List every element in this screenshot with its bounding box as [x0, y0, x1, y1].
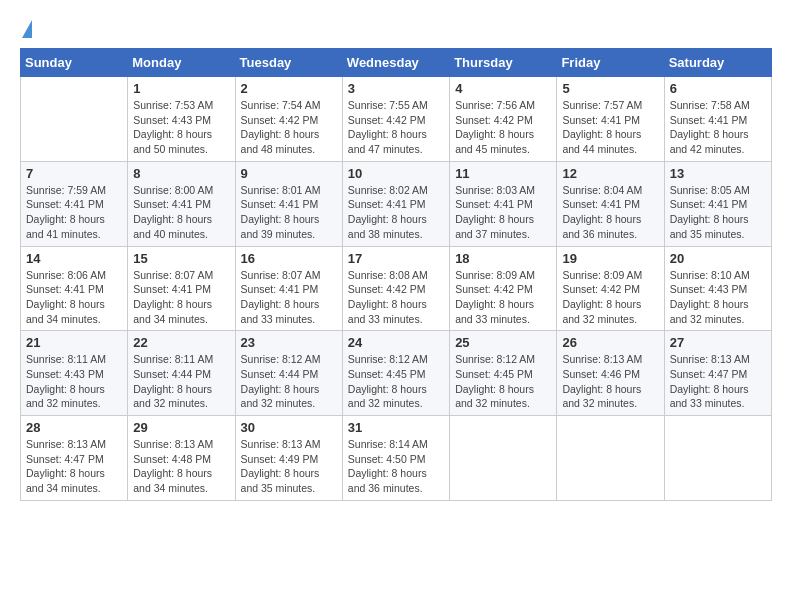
day-info: Sunrise: 8:13 AM Sunset: 4:46 PM Dayligh… — [562, 352, 658, 411]
calendar-cell: 23 Sunrise: 8:12 AM Sunset: 4:44 PM Dayl… — [235, 331, 342, 416]
calendar-day-header: Tuesday — [235, 49, 342, 77]
sunset-text: Sunset: 4:41 PM — [562, 114, 640, 126]
daylight-text: Daylight: 8 hours and 32 minutes. — [562, 298, 641, 325]
day-info: Sunrise: 8:09 AM Sunset: 4:42 PM Dayligh… — [562, 268, 658, 327]
day-number: 13 — [670, 166, 766, 181]
sunrise-text: Sunrise: 7:56 AM — [455, 99, 535, 111]
sunrise-text: Sunrise: 8:08 AM — [348, 269, 428, 281]
day-info: Sunrise: 8:04 AM Sunset: 4:41 PM Dayligh… — [562, 183, 658, 242]
calendar-cell — [664, 416, 771, 501]
calendar-cell: 10 Sunrise: 8:02 AM Sunset: 4:41 PM Dayl… — [342, 161, 449, 246]
day-number: 3 — [348, 81, 444, 96]
sunset-text: Sunset: 4:43 PM — [26, 368, 104, 380]
sunrise-text: Sunrise: 8:05 AM — [670, 184, 750, 196]
calendar-cell: 9 Sunrise: 8:01 AM Sunset: 4:41 PM Dayli… — [235, 161, 342, 246]
calendar-day-header: Thursday — [450, 49, 557, 77]
daylight-text: Daylight: 8 hours and 41 minutes. — [26, 213, 105, 240]
sunrise-text: Sunrise: 8:13 AM — [133, 438, 213, 450]
sunset-text: Sunset: 4:41 PM — [348, 198, 426, 210]
calendar-week-row: 21 Sunrise: 8:11 AM Sunset: 4:43 PM Dayl… — [21, 331, 772, 416]
sunset-text: Sunset: 4:41 PM — [670, 114, 748, 126]
sunset-text: Sunset: 4:41 PM — [26, 198, 104, 210]
calendar-cell: 14 Sunrise: 8:06 AM Sunset: 4:41 PM Dayl… — [21, 246, 128, 331]
day-number: 1 — [133, 81, 229, 96]
sunrise-text: Sunrise: 8:09 AM — [562, 269, 642, 281]
sunrise-text: Sunrise: 8:09 AM — [455, 269, 535, 281]
calendar-cell: 15 Sunrise: 8:07 AM Sunset: 4:41 PM Dayl… — [128, 246, 235, 331]
day-info: Sunrise: 8:14 AM Sunset: 4:50 PM Dayligh… — [348, 437, 444, 496]
day-number: 23 — [241, 335, 337, 350]
calendar-cell — [450, 416, 557, 501]
calendar-week-row: 7 Sunrise: 7:59 AM Sunset: 4:41 PM Dayli… — [21, 161, 772, 246]
calendar-cell: 17 Sunrise: 8:08 AM Sunset: 4:42 PM Dayl… — [342, 246, 449, 331]
sunset-text: Sunset: 4:41 PM — [670, 198, 748, 210]
day-number: 10 — [348, 166, 444, 181]
calendar-header-row: SundayMondayTuesdayWednesdayThursdayFrid… — [21, 49, 772, 77]
daylight-text: Daylight: 8 hours and 48 minutes. — [241, 128, 320, 155]
sunrise-text: Sunrise: 7:57 AM — [562, 99, 642, 111]
day-number: 21 — [26, 335, 122, 350]
sunrise-text: Sunrise: 8:07 AM — [241, 269, 321, 281]
calendar-cell: 28 Sunrise: 8:13 AM Sunset: 4:47 PM Dayl… — [21, 416, 128, 501]
day-info: Sunrise: 8:03 AM Sunset: 4:41 PM Dayligh… — [455, 183, 551, 242]
sunset-text: Sunset: 4:41 PM — [133, 198, 211, 210]
sunset-text: Sunset: 4:42 PM — [348, 283, 426, 295]
sunset-text: Sunset: 4:41 PM — [133, 283, 211, 295]
sunrise-text: Sunrise: 8:01 AM — [241, 184, 321, 196]
sunset-text: Sunset: 4:45 PM — [455, 368, 533, 380]
day-info: Sunrise: 8:13 AM Sunset: 4:48 PM Dayligh… — [133, 437, 229, 496]
calendar-cell: 27 Sunrise: 8:13 AM Sunset: 4:47 PM Dayl… — [664, 331, 771, 416]
daylight-text: Daylight: 8 hours and 35 minutes. — [670, 213, 749, 240]
daylight-text: Daylight: 8 hours and 32 minutes. — [241, 383, 320, 410]
logo-icon — [22, 20, 32, 38]
day-number: 24 — [348, 335, 444, 350]
daylight-text: Daylight: 8 hours and 47 minutes. — [348, 128, 427, 155]
sunrise-text: Sunrise: 7:55 AM — [348, 99, 428, 111]
calendar-week-row: 28 Sunrise: 8:13 AM Sunset: 4:47 PM Dayl… — [21, 416, 772, 501]
sunset-text: Sunset: 4:45 PM — [348, 368, 426, 380]
sunrise-text: Sunrise: 8:14 AM — [348, 438, 428, 450]
day-info: Sunrise: 8:13 AM Sunset: 4:47 PM Dayligh… — [670, 352, 766, 411]
sunset-text: Sunset: 4:41 PM — [562, 198, 640, 210]
calendar-cell: 12 Sunrise: 8:04 AM Sunset: 4:41 PM Dayl… — [557, 161, 664, 246]
day-number: 19 — [562, 251, 658, 266]
calendar-day-header: Monday — [128, 49, 235, 77]
calendar-day-header: Wednesday — [342, 49, 449, 77]
calendar-cell: 6 Sunrise: 7:58 AM Sunset: 4:41 PM Dayli… — [664, 77, 771, 162]
day-number: 20 — [670, 251, 766, 266]
sunrise-text: Sunrise: 8:11 AM — [26, 353, 106, 365]
day-number: 4 — [455, 81, 551, 96]
calendar-cell: 5 Sunrise: 7:57 AM Sunset: 4:41 PM Dayli… — [557, 77, 664, 162]
sunrise-text: Sunrise: 8:03 AM — [455, 184, 535, 196]
daylight-text: Daylight: 8 hours and 32 minutes. — [348, 383, 427, 410]
day-number: 31 — [348, 420, 444, 435]
sunrise-text: Sunrise: 8:06 AM — [26, 269, 106, 281]
sunset-text: Sunset: 4:42 PM — [455, 114, 533, 126]
calendar-cell: 26 Sunrise: 8:13 AM Sunset: 4:46 PM Dayl… — [557, 331, 664, 416]
day-number: 11 — [455, 166, 551, 181]
calendar-cell: 3 Sunrise: 7:55 AM Sunset: 4:42 PM Dayli… — [342, 77, 449, 162]
calendar-cell: 7 Sunrise: 7:59 AM Sunset: 4:41 PM Dayli… — [21, 161, 128, 246]
daylight-text: Daylight: 8 hours and 42 minutes. — [670, 128, 749, 155]
sunset-text: Sunset: 4:43 PM — [133, 114, 211, 126]
sunrise-text: Sunrise: 8:12 AM — [455, 353, 535, 365]
day-info: Sunrise: 8:09 AM Sunset: 4:42 PM Dayligh… — [455, 268, 551, 327]
sunset-text: Sunset: 4:42 PM — [241, 114, 319, 126]
day-info: Sunrise: 8:12 AM Sunset: 4:44 PM Dayligh… — [241, 352, 337, 411]
calendar-cell — [557, 416, 664, 501]
daylight-text: Daylight: 8 hours and 50 minutes. — [133, 128, 212, 155]
sunrise-text: Sunrise: 7:58 AM — [670, 99, 750, 111]
daylight-text: Daylight: 8 hours and 34 minutes. — [133, 298, 212, 325]
day-number: 29 — [133, 420, 229, 435]
day-info: Sunrise: 8:13 AM Sunset: 4:49 PM Dayligh… — [241, 437, 337, 496]
daylight-text: Daylight: 8 hours and 33 minutes. — [241, 298, 320, 325]
sunset-text: Sunset: 4:42 PM — [455, 283, 533, 295]
calendar-cell: 21 Sunrise: 8:11 AM Sunset: 4:43 PM Dayl… — [21, 331, 128, 416]
daylight-text: Daylight: 8 hours and 34 minutes. — [26, 298, 105, 325]
daylight-text: Daylight: 8 hours and 32 minutes. — [455, 383, 534, 410]
daylight-text: Daylight: 8 hours and 39 minutes. — [241, 213, 320, 240]
day-number: 28 — [26, 420, 122, 435]
sunrise-text: Sunrise: 8:04 AM — [562, 184, 642, 196]
sunset-text: Sunset: 4:48 PM — [133, 453, 211, 465]
logo — [20, 20, 32, 38]
